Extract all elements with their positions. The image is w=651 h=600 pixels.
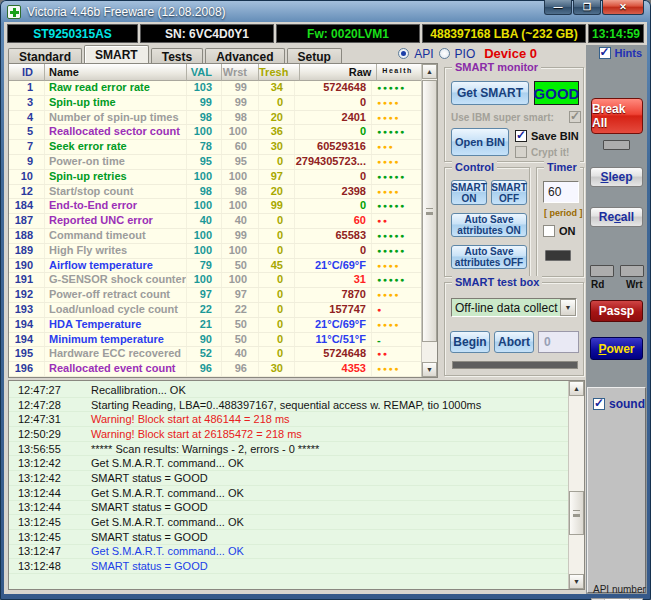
column-header[interactable]: Raw <box>300 64 377 81</box>
timer-period-input[interactable] <box>543 181 579 203</box>
maximize-button[interactable]: ❐ <box>573 0 601 15</box>
log-time: 13:12:47 <box>9 545 69 557</box>
table-row[interactable]: 197Current pending sectors10010000●●●●● <box>9 377 422 378</box>
table-row[interactable]: 12Start/stop count9898202398●●●● <box>9 185 422 200</box>
table-cell: 100 <box>222 170 259 184</box>
begin-button[interactable]: Begin <box>450 331 490 353</box>
table-row[interactable]: 193Load/unload cycle count22220157747● <box>9 303 422 318</box>
smart-table-header: IDNameVALWrstTreshRawHealth <box>9 64 422 81</box>
table-cell: ●●●●● <box>372 81 422 95</box>
table-row[interactable]: 184End-to-End error100100990●●●●● <box>9 199 422 214</box>
api-number-label: API number <box>593 584 646 595</box>
scroll-up-icon[interactable]: ▲ <box>422 64 437 79</box>
close-button[interactable]: ✕ <box>602 0 644 15</box>
log-line: 13:56:55***** Scan results: Warnings - 2… <box>9 442 568 457</box>
table-cell: HDA Temperature <box>45 318 187 332</box>
table-row[interactable]: 192Power-off retract count979707870●●●● <box>9 288 422 303</box>
smart-control-panel: SMART monitor Get SMART GOOD Use IBM sup… <box>444 63 586 378</box>
sound-checkbox[interactable] <box>593 398 605 410</box>
scroll-down-icon[interactable]: ▼ <box>422 362 437 377</box>
smart-off-button[interactable]: SMART OFF <box>491 180 527 205</box>
smart-table-scrollbar[interactable]: ▲ ▼ <box>421 64 437 377</box>
open-bin-button[interactable]: Open BIN <box>451 128 509 156</box>
table-cell: 40 <box>222 347 259 361</box>
tab-setup[interactable]: Setup <box>287 48 342 64</box>
table-cell: 4353 <box>295 362 372 376</box>
table-row[interactable]: 187Reported UNC error4040060●● <box>9 214 422 229</box>
table-row[interactable]: 194Minimum temperature9050011°C/51°F- <box>9 333 422 348</box>
table-row[interactable]: 4Number of spin-up times9898202401●●●● <box>9 111 422 126</box>
log-line: 13:12:47Get S.M.A.R.T. command... OK <box>9 545 568 560</box>
table-cell: ●●●●● <box>372 170 422 184</box>
table-cell: 78 <box>187 140 222 154</box>
tab-standard[interactable]: Standard <box>8 48 82 64</box>
test-select[interactable]: Off-line data collect ▼ <box>451 298 577 317</box>
tab-advanced[interactable]: Advanced <box>205 48 284 64</box>
api-radio[interactable] <box>398 48 409 59</box>
recall-label: all <box>621 210 634 224</box>
hints-checkbox[interactable] <box>599 47 611 59</box>
column-header[interactable]: Tresh <box>259 64 300 81</box>
table-row[interactable]: 196Reallocated event count9696304353●●●● <box>9 362 422 377</box>
log-message: SMART status = GOOD <box>69 472 568 484</box>
crypt-checkbox <box>515 146 527 158</box>
log-time: 13:12:44 <box>9 501 69 513</box>
table-cell: 60 <box>222 140 259 154</box>
scrollbar-thumb[interactable] <box>569 491 584 535</box>
log-scrollbar[interactable]: ▲ ▼ <box>568 381 584 589</box>
smart-on-button[interactable]: SMART ON <box>451 180 487 205</box>
table-row[interactable]: 194HDA Temperature2150021°C/69°F●●●● <box>9 318 422 333</box>
minimize-button[interactable]: — <box>544 0 572 15</box>
table-cell: 100 <box>187 170 222 184</box>
pio-radio[interactable] <box>439 48 450 59</box>
recall-hotkey: c <box>614 210 621 224</box>
table-cell: 100 <box>222 244 259 258</box>
clock: 13:14:59 <box>588 24 644 43</box>
table-row[interactable]: 195Hardware ECC recovered524005724648●● <box>9 347 422 362</box>
autosave-off-button[interactable]: Auto Save attributes OFF <box>451 245 527 269</box>
table-row[interactable]: 5Reallocated sector count100100360●●●●● <box>9 125 422 140</box>
table-row[interactable]: 188Command timeout10099065583●●●●● <box>9 229 422 244</box>
timer-on-checkbox[interactable] <box>543 225 555 237</box>
table-row[interactable]: 190Airflow temperature79504521°C/69°F●●●… <box>9 259 422 274</box>
table-row[interactable]: 10Spin-up retries100100970●●●●● <box>9 170 422 185</box>
break-all-button[interactable]: Break All <box>591 98 643 134</box>
table-cell: 0 <box>295 377 372 378</box>
table-row[interactable]: 189High Fly writes10010000●●●●● <box>9 244 422 259</box>
column-header[interactable]: Wrst <box>222 64 259 81</box>
save-bin-checkbox[interactable] <box>515 130 527 142</box>
table-cell: Seek error rate <box>45 140 187 154</box>
column-header[interactable]: ID <box>9 64 45 81</box>
sleep-button[interactable]: Sleep <box>590 167 643 187</box>
column-header[interactable]: Name <box>45 64 187 81</box>
table-row[interactable]: 3Spin-up time999900●●●● <box>9 96 422 111</box>
get-smart-button[interactable]: Get SMART <box>451 81 529 105</box>
client-area: ST9250315AS SN: 6VC4D0Y1 Fw: 0020LVM1 48… <box>4 22 647 594</box>
scroll-down-icon[interactable]: ▼ <box>569 574 584 589</box>
table-row[interactable]: 191G-SENSOR shock counter100100031●●●●● <box>9 273 422 288</box>
table-row[interactable]: 9Power-on time959502794305723...●●●● <box>9 155 422 170</box>
titlebar[interactable]: Victoria 4.46b Freeware (12.08.2008) <box>7 3 527 21</box>
scrollbar-thumb[interactable] <box>422 80 437 342</box>
abort-button[interactable]: Abort <box>494 331 534 353</box>
column-header[interactable]: Health <box>377 64 427 81</box>
tab-tests[interactable]: Tests <box>151 48 203 64</box>
table-cell: 192 <box>9 288 45 302</box>
scroll-up-icon[interactable]: ▲ <box>569 381 584 396</box>
column-header[interactable]: VAL <box>187 64 222 81</box>
table-row[interactable]: 1Raw read error rate10399345724648●●●●● <box>9 81 422 96</box>
test-counter-field[interactable]: 0 <box>538 331 579 353</box>
table-row[interactable]: 7Seek error rate78603060529316●●● <box>9 140 422 155</box>
autosave-on-button[interactable]: Auto Save attributes ON <box>451 213 527 237</box>
recall-button[interactable]: Recall <box>590 207 643 227</box>
table-cell: Reallocated event count <box>45 362 187 376</box>
table-cell: 60529316 <box>295 140 372 154</box>
tab-smart[interactable]: SMART <box>84 45 149 64</box>
table-cell: 2398 <box>295 185 372 199</box>
table-cell: 98 <box>222 185 259 199</box>
chevron-down-icon[interactable]: ▼ <box>560 299 576 316</box>
power-button[interactable]: Power <box>590 337 643 360</box>
api-radio-label: API <box>414 47 433 61</box>
log-message: SMART status = GOOD <box>69 560 568 572</box>
passp-button[interactable]: Passp <box>590 300 643 322</box>
